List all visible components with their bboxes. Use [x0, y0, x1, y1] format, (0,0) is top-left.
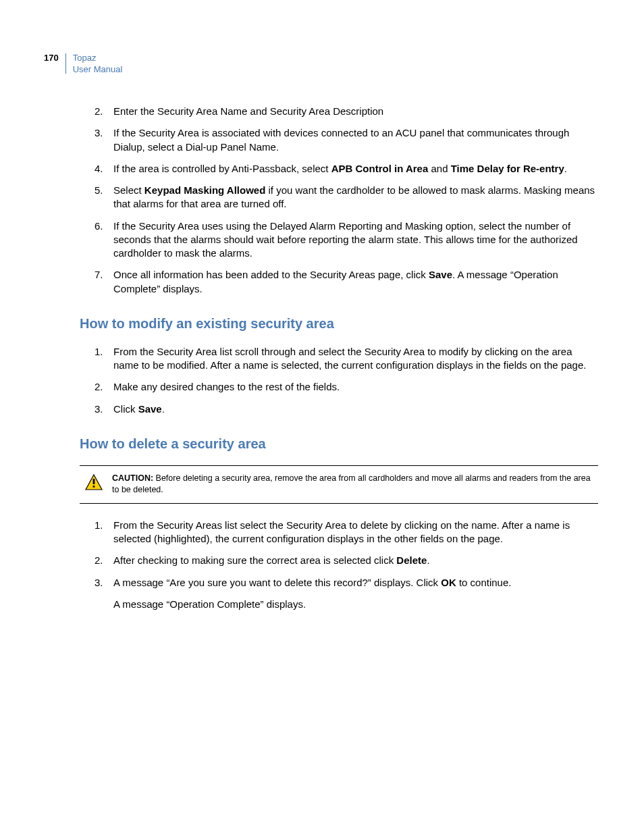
list-number: 7.: [95, 268, 113, 296]
list-text: After checking to making sure the correc…: [113, 554, 598, 567]
list-item: 4. If the area is controlled by Anti-Pas…: [80, 162, 598, 176]
section-heading-delete: How to delete a security area: [80, 435, 598, 453]
list-text: Select Keypad Masking Allowed if you wan…: [113, 184, 598, 211]
svg-rect-2: [93, 486, 95, 488]
list-text: Click Save.: [113, 402, 598, 416]
list-item: 3. Click Save.: [80, 402, 598, 416]
list-number: 3.: [95, 576, 113, 590]
list-item: 2. Make any desired changes to the rest …: [80, 380, 598, 394]
list-item: 6. If the Security Area uses using the D…: [80, 219, 598, 261]
list-item: 3. A message “Are you sure you want to d…: [80, 576, 598, 590]
list-text: If the Security Area uses using the Dela…: [113, 219, 598, 261]
list-text: From the Security Area list scroll throu…: [113, 345, 598, 373]
followup-text: A message “Operation Complete” displays.: [113, 598, 598, 611]
list-text: A message “Are you sure you want to dele…: [113, 576, 598, 590]
svg-rect-1: [93, 479, 95, 484]
instruction-list-3: 1. From the Security Areas list select t…: [80, 519, 598, 590]
list-number: 2.: [95, 554, 113, 567]
list-text: If the area is controlled by Anti-Passba…: [113, 162, 598, 176]
list-text: If the Security Area is associated with …: [113, 126, 598, 154]
list-item: 1. From the Security Area list scroll th…: [80, 345, 598, 373]
header-divider: [65, 53, 66, 74]
instruction-list-1: 2. Enter the Security Area Name and Secu…: [80, 105, 598, 296]
list-item: 3. If the Security Area is associated wi…: [80, 126, 598, 154]
list-text: Make any desired changes to the rest of …: [113, 380, 598, 394]
header-title: Topaz User Manual: [73, 53, 123, 76]
caution-icon: [85, 474, 103, 494]
list-number: 1.: [95, 345, 113, 373]
instruction-list-2: 1. From the Security Area list scroll th…: [80, 345, 598, 416]
list-number: 6.: [95, 219, 113, 261]
list-item: 5. Select Keypad Masking Allowed if you …: [80, 184, 598, 211]
list-number: 3.: [95, 126, 113, 154]
list-number: 5.: [95, 184, 113, 211]
list-number: 4.: [95, 162, 113, 176]
list-number: 3.: [95, 402, 113, 416]
header-title-line1: Topaz: [73, 53, 97, 63]
list-number: 2.: [95, 105, 113, 118]
list-item: 1. From the Security Areas list select t…: [80, 519, 598, 546]
section-heading-modify: How to modify an existing security area: [80, 315, 598, 333]
list-number: 1.: [95, 519, 113, 546]
page-content: 2. Enter the Security Area Name and Secu…: [80, 105, 598, 611]
page-number: 170: [44, 53, 59, 63]
header-title-line2: User Manual: [73, 64, 123, 74]
list-text: Once all information has been added to t…: [113, 268, 598, 296]
list-item: 7. Once all information has been added t…: [80, 268, 598, 296]
list-text: Enter the Security Area Name and Securit…: [113, 105, 598, 118]
list-text: From the Security Areas list select the …: [113, 519, 598, 546]
page-header: 170 Topaz User Manual: [44, 53, 122, 76]
caution-box: CAUTION: Before deleting a security area…: [80, 465, 598, 504]
list-item: 2. Enter the Security Area Name and Secu…: [80, 105, 598, 118]
list-item: 2. After checking to making sure the cor…: [80, 554, 598, 567]
list-number: 2.: [95, 380, 113, 394]
caution-text: CAUTION: Before deleting a security area…: [112, 473, 598, 496]
